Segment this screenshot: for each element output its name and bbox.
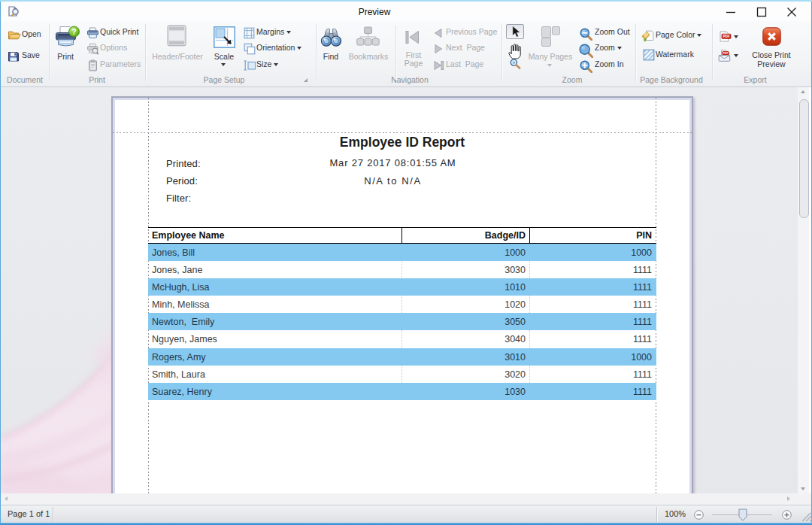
svg-text:PDF: PDF xyxy=(723,52,729,55)
svg-text:?: ? xyxy=(71,27,76,36)
svg-text:PDF: PDF xyxy=(723,35,729,38)
